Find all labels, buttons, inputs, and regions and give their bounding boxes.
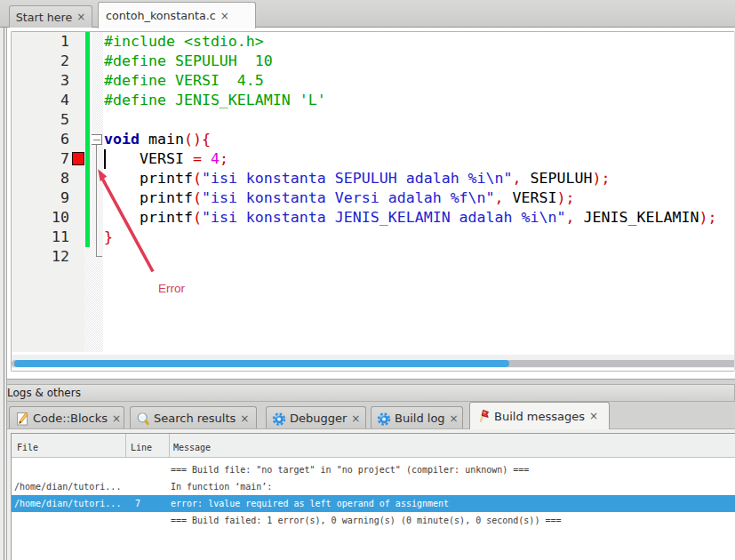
column-separator[interactable] bbox=[169, 434, 170, 457]
cell-message: === Build file: "no target" in "no proje… bbox=[171, 465, 529, 475]
code-editor[interactable]: 123456789101112 #include <stdio.h>#defin… bbox=[6, 28, 735, 380]
line-number: 1 bbox=[12, 32, 69, 52]
build-message-row[interactable]: === Build failed: 1 error(s), 0 warning(… bbox=[12, 512, 735, 529]
col-line[interactable]: Line bbox=[131, 443, 152, 452]
logs-tab-search-results[interactable]: Search results× bbox=[130, 406, 257, 429]
line-number: 4 bbox=[12, 91, 69, 110]
horizontal-scrollbar-track[interactable] bbox=[12, 355, 734, 368]
error-annotation-label: Error bbox=[158, 282, 185, 295]
logs-tab-close-icon[interactable]: × bbox=[450, 412, 459, 425]
logs-tab-code-blocks[interactable]: Code::Blocks× bbox=[9, 406, 124, 429]
codeblocks-icon bbox=[15, 412, 29, 426]
table-header: File Line Message bbox=[12, 434, 735, 458]
error-marker bbox=[72, 152, 84, 165]
line-number: 10 bbox=[12, 208, 69, 228]
code-line: VERSI = 4; bbox=[104, 149, 716, 169]
cell-file: /home/dian/tutori... bbox=[14, 482, 121, 492]
col-message[interactable]: Message bbox=[173, 443, 211, 452]
flag-icon bbox=[476, 409, 491, 423]
cell-message: === Build failed: 1 error(s), 0 warning(… bbox=[171, 516, 562, 525]
code-line: printf("isi konstanta Versi adalah %f\n"… bbox=[104, 188, 716, 208]
build-message-row[interactable]: /home/dian/tutori...7error: lvalue requi… bbox=[12, 495, 735, 512]
logs-tab-debugger[interactable]: Debugger× bbox=[266, 406, 366, 429]
code-line: void main(){ bbox=[104, 130, 716, 149]
logs-panel-caption[interactable]: Logs & others bbox=[2, 384, 735, 402]
build-message-row[interactable]: /home/dian/tutori...In function ‘main’: bbox=[12, 478, 735, 495]
code-line bbox=[104, 110, 716, 130]
build-message-row[interactable]: === Build file: "no target" in "no proje… bbox=[12, 461, 735, 478]
logs-tab-close-icon[interactable]: × bbox=[112, 412, 121, 425]
code-text[interactable]: #include <stdio.h>#define SEPULUH 10#def… bbox=[104, 32, 716, 267]
logs-tabbar: Code::Blocks×Search results×Debugger×Bui… bbox=[0, 401, 735, 429]
tab-start-here-label: Start here bbox=[16, 11, 73, 24]
tab-contoh-konstanta[interactable]: contoh_konstanta.c × bbox=[98, 2, 256, 28]
line-number: 9 bbox=[12, 188, 69, 208]
tab-start-here[interactable]: Start here × bbox=[9, 5, 92, 28]
gear-icon bbox=[377, 412, 391, 426]
tab-contoh-konstanta-label: contoh_konstanta.c bbox=[106, 9, 216, 22]
logs-tab-close-icon[interactable]: × bbox=[589, 410, 598, 422]
column-separator[interactable] bbox=[125, 434, 126, 457]
logs-tab-label: Code::Blocks bbox=[33, 412, 108, 425]
changed-lines-bar-gap bbox=[90, 32, 92, 247]
codeblocks-window: Start here × contoh_konstanta.c × 123456… bbox=[0, 0, 735, 560]
code-line: #define SEPULUH 10 bbox=[104, 52, 716, 71]
tab-start-here-close-icon[interactable]: × bbox=[76, 11, 85, 23]
line-number: 5 bbox=[12, 110, 69, 130]
editor-tabbar: Start here × contoh_konstanta.c × bbox=[0, 0, 735, 28]
logs-content: File Line Message === Build file: "no ta… bbox=[0, 429, 735, 560]
line-number: 2 bbox=[12, 52, 69, 71]
logs-tab-label: Build messages bbox=[494, 410, 585, 423]
logs-tab-label: Debugger bbox=[290, 412, 347, 425]
cell-message: In function ‘main’: bbox=[171, 482, 272, 492]
logs-tab-build-log[interactable]: Build log× bbox=[371, 406, 463, 429]
code-line: } bbox=[104, 228, 716, 247]
code-line: printf("isi konstanta JENIS_KELAMIN adal… bbox=[104, 208, 716, 228]
cell-message: error: lvalue required as left operand o… bbox=[171, 499, 449, 508]
tab-contoh-konstanta-close-icon[interactable]: × bbox=[220, 10, 229, 22]
build-messages-table[interactable]: File Line Message === Build file: "no ta… bbox=[11, 433, 735, 560]
line-number: 6 bbox=[12, 130, 69, 149]
cell-line: 7 bbox=[135, 499, 140, 508]
line-number: 8 bbox=[12, 169, 69, 188]
line-number: 7 bbox=[12, 149, 69, 169]
code-line: #define JENIS_KELAMIN 'L' bbox=[104, 91, 716, 110]
logs-tab-label: Search results bbox=[154, 412, 236, 425]
text-caret bbox=[104, 149, 106, 169]
line-number: 12 bbox=[12, 247, 69, 267]
logs-tab-label: Build log bbox=[395, 412, 445, 425]
code-line bbox=[104, 247, 716, 267]
line-numbers: 123456789101112 bbox=[12, 32, 69, 267]
logs-tab-close-icon[interactable]: × bbox=[240, 412, 249, 425]
logs-panel-caption-label: Logs & others bbox=[7, 387, 81, 399]
gear-icon bbox=[272, 412, 286, 426]
horizontal-scrollbar-thumb[interactable] bbox=[14, 360, 510, 367]
code-line: #define VERSI 4.5 bbox=[104, 71, 716, 91]
fold-collapse-icon[interactable] bbox=[91, 134, 102, 145]
logs-tab-close-icon[interactable]: × bbox=[351, 412, 360, 425]
search-icon bbox=[136, 412, 150, 426]
code-line: #include <stdio.h> bbox=[104, 32, 716, 52]
line-number: 11 bbox=[12, 228, 69, 247]
fold-guide-line bbox=[96, 145, 97, 256]
window-left-border bbox=[0, 28, 7, 560]
line-number: 3 bbox=[12, 71, 69, 91]
fold-guide-corner bbox=[96, 256, 102, 257]
cell-file: /home/dian/tutori... bbox=[14, 499, 121, 508]
col-file[interactable]: File bbox=[17, 443, 38, 452]
code-line: printf("isi konstanta SEPULUH adalah %i\… bbox=[104, 169, 716, 188]
logs-tab-build-messages[interactable]: Build messages× bbox=[469, 402, 610, 429]
